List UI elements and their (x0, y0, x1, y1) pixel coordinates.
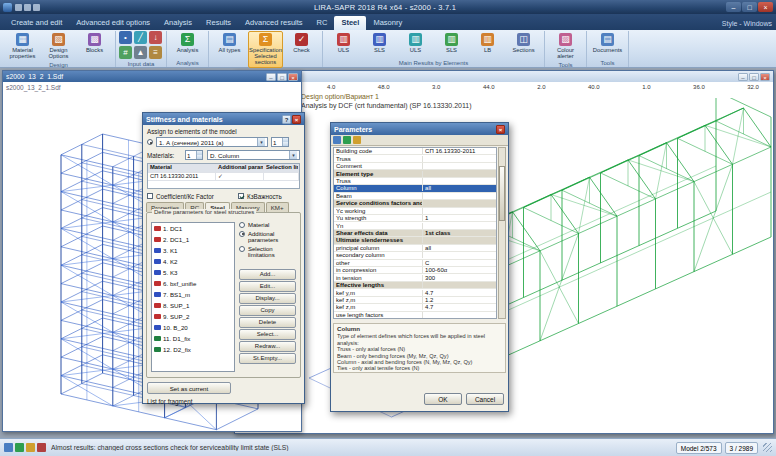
resize-grip[interactable] (763, 443, 772, 452)
ribbon-tab-advanced-edit-options[interactable]: Advanced edit options (69, 16, 157, 30)
close-icon[interactable]: × (288, 73, 298, 81)
ribbon-tab-steel[interactable]: Steel (334, 16, 366, 30)
lb-button[interactable]: ▥LB (470, 31, 505, 59)
param-row-kef-z-m[interactable]: kef z,m4.7 (334, 304, 496, 311)
ribbon-tab-create-and-edit[interactable]: Create and edit (4, 16, 69, 30)
param-row-truss[interactable]: Truss (334, 155, 496, 162)
radio-icon[interactable] (239, 222, 245, 228)
param-row-beam[interactable]: Beam (334, 193, 496, 200)
load-button[interactable]: ↓ (149, 31, 162, 44)
list-item[interactable]: 3. K1 (152, 245, 234, 256)
param-row-effective-lengths[interactable]: Effective lengths (334, 282, 496, 289)
param-row-building-code[interactable]: Building codeСП 16.13330-2011 (334, 148, 496, 155)
radio-row-selection-limitations[interactable]: Selection limitations (239, 246, 296, 259)
stiffness-radio[interactable] (147, 139, 153, 145)
sections-button[interactable]: ◫Sections (506, 31, 541, 59)
importance-checkbox[interactable] (238, 193, 244, 199)
param-row-service-conditions-factors-and-safety-factor[interactable]: Service conditions factors and safety fa… (334, 200, 496, 207)
mesh-button[interactable]: # (119, 46, 132, 59)
param-row-shear-effects-data[interactable]: Shear effects data1st class (334, 230, 496, 237)
left-window-titlebar[interactable]: s2000_13_2_1.Sdf – □ × (3, 71, 301, 82)
material-properties-button[interactable]: ▦Material properties (5, 31, 40, 61)
radio-icon[interactable] (239, 246, 245, 252)
close-icon[interactable]: × (758, 2, 773, 12)
uls-button[interactable]: ▥ULS (326, 31, 361, 59)
help-icon[interactable]: ? (282, 115, 291, 124)
list-item[interactable]: 5. K3 (152, 267, 234, 278)
undo-icon[interactable] (24, 4, 31, 11)
open-icon[interactable] (333, 136, 341, 144)
list-item[interactable]: 1. DC1 (152, 223, 234, 234)
minimize-icon[interactable]: – (266, 73, 276, 81)
param-row-other[interactable]: otherC (334, 260, 496, 267)
materials-count-spinner[interactable]: 1 (185, 150, 203, 160)
element-button[interactable]: ╱ (134, 31, 147, 44)
scrollbar[interactable] (498, 147, 506, 319)
dialog-titlebar[interactable]: Stiffness and materials ? × (143, 113, 304, 125)
sls-button[interactable]: ▥SLS (362, 31, 397, 59)
scrollbar-thumb[interactable] (499, 166, 505, 221)
copy-button[interactable]: Copy (239, 305, 296, 316)
redo-icon[interactable] (33, 4, 40, 11)
ribbon-tab-rc[interactable]: RC (310, 16, 335, 30)
list-item[interactable]: 12. D2_fix (152, 344, 234, 355)
grid-icon[interactable] (26, 443, 35, 452)
set-as-current-button[interactable]: Set as current (147, 382, 231, 394)
ribbon-tab-results[interactable]: Results (199, 16, 238, 30)
chevron-down-icon[interactable]: ▾ (257, 138, 265, 146)
design-options-button[interactable]: ▧Design Options (41, 31, 76, 61)
param-row-column[interactable]: Columnall (334, 185, 496, 192)
minimize-icon[interactable]: – (726, 2, 741, 12)
param-row-yu-strength[interactable]: Yu strength1 (334, 215, 496, 222)
radio-row-material[interactable]: Material (239, 222, 296, 229)
chevron-down-icon[interactable]: ▾ (289, 151, 297, 159)
close-icon[interactable]: × (760, 73, 770, 81)
list-item[interactable]: 11. D1_fix (152, 333, 234, 344)
list-item[interactable]: 7. BS1_m (152, 289, 234, 300)
maximize-icon[interactable]: □ (742, 2, 757, 12)
blocks-button[interactable]: ▩Blocks (77, 31, 112, 61)
snap-icon[interactable] (15, 443, 24, 452)
check-button[interactable]: ✓Check (284, 31, 319, 68)
param-row-comment[interactable]: Comment (334, 163, 496, 170)
param-row-in-compression[interactable]: in compression100-60α (334, 267, 496, 274)
param-row-ultimate-slendernesses[interactable]: Ultimate slendernesses (334, 237, 496, 244)
save-icon[interactable] (15, 4, 22, 11)
stiffness-combo[interactable]: 1. А (сечение) 2011 (а) ▾ (156, 137, 268, 147)
param-row-kef-z-m[interactable]: kef z,m1.2 (334, 297, 496, 304)
ribbon-tab-analysis[interactable]: Analysis (157, 16, 199, 30)
list-item[interactable]: 9. SUP_2 (152, 311, 234, 322)
maximize-icon[interactable]: □ (749, 73, 759, 81)
maximize-icon[interactable]: □ (277, 73, 287, 81)
copy-icon[interactable] (353, 136, 361, 144)
view-icon[interactable] (4, 443, 13, 452)
param-row-yn[interactable]: Yn (334, 222, 496, 229)
analysis-button[interactable]: ΣAnalysis (170, 31, 205, 59)
stiffness-list[interactable]: 1. DC12. DC1_13. K14. K25. K36. bxf_unif… (151, 222, 235, 372)
coefficient-checkbox[interactable] (147, 193, 153, 199)
edit-button[interactable]: Edit... (239, 281, 296, 292)
dialog-tab-km[interactable]: KM+ (266, 202, 289, 212)
colour-alerter-button[interactable]: ▨Colour alerter (548, 31, 583, 61)
list-item[interactable]: 4. K2 (152, 256, 234, 267)
app-icon[interactable] (3, 3, 12, 12)
delete-button[interactable]: Delete (239, 317, 296, 328)
ok-button[interactable]: OK (424, 393, 462, 405)
list-item[interactable]: 6. bxf_unifie (152, 278, 234, 289)
node-button[interactable]: • (119, 31, 132, 44)
uls-button[interactable]: ▥ULS (398, 31, 433, 59)
stiffness-count-spinner[interactable]: 1 (271, 137, 289, 147)
stiff-button[interactable]: ≡ (149, 46, 162, 59)
style-menu[interactable]: Style - Windows (722, 20, 772, 30)
documents-button[interactable]: ▤Documents (590, 31, 625, 59)
list-item[interactable]: 8. SUP_1 (152, 300, 234, 311)
spinner-arrows[interactable] (196, 151, 202, 159)
ribbon-tab-advanced-results[interactable]: Advanced results (238, 16, 310, 30)
select-button[interactable]: Select... (239, 329, 296, 340)
param-row-yc-working[interactable]: Yc working (334, 208, 496, 215)
spinner-arrows[interactable] (282, 138, 288, 146)
param-row-truss[interactable]: Truss (334, 178, 496, 185)
add-button[interactable]: Add... (239, 269, 296, 280)
specification-selected-sections-button[interactable]: ΣSpecification Selected sections (248, 31, 283, 68)
close-icon[interactable]: × (292, 115, 301, 124)
